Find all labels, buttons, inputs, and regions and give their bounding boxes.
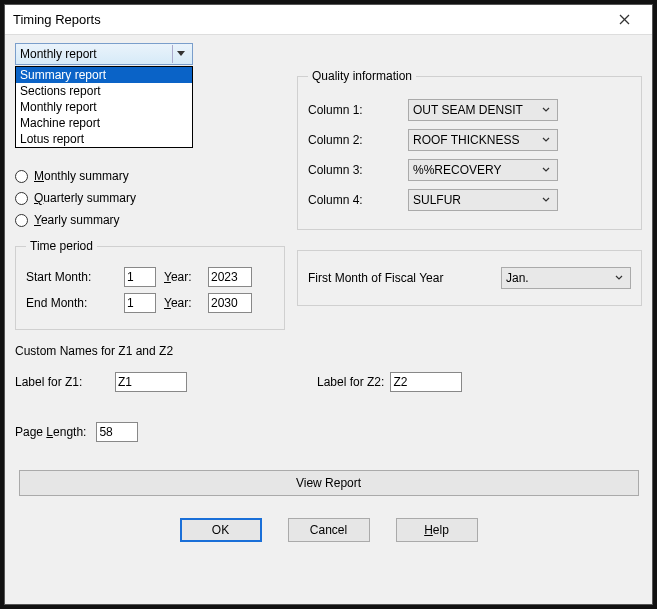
end-month-input[interactable] <box>124 293 156 313</box>
button-label: OK <box>212 523 229 537</box>
z1-label: Label for Z1: <box>15 375 105 389</box>
button-label: Help <box>424 523 449 537</box>
quality-col4-select[interactable]: SULFUR <box>408 189 558 211</box>
dropdown-item[interactable]: Summary report <box>16 67 192 83</box>
radio-monthly-summary[interactable]: Monthly summary <box>15 169 285 183</box>
quality-legend: Quality information <box>308 69 416 83</box>
z2-input[interactable] <box>390 372 462 392</box>
button-label: Cancel <box>310 523 347 537</box>
radio-label: Quarterly summary <box>34 191 136 205</box>
select-value: OUT SEAM DENSIT <box>413 103 523 117</box>
select-value: %%RECOVERY <box>413 163 501 177</box>
report-type-combo[interactable]: Monthly report Summary report Sections r… <box>15 43 193 65</box>
select-value: ROOF THICKNESS <box>413 133 519 147</box>
chevron-down-icon <box>539 167 553 173</box>
start-year-label: Year: <box>164 270 200 284</box>
end-year-label: Year: <box>164 296 200 310</box>
custom-names-heading: Custom Names for Z1 and Z2 <box>15 344 642 358</box>
dropdown-item[interactable]: Monthly report <box>16 99 192 115</box>
fiscal-label: First Month of Fiscal Year <box>308 271 491 285</box>
select-value: Jan. <box>506 271 529 285</box>
fiscal-year-group: First Month of Fiscal Year Jan. <box>297 250 642 306</box>
end-year-input[interactable] <box>208 293 252 313</box>
radio-icon <box>15 192 28 205</box>
view-report-button[interactable]: View Report <box>19 470 639 496</box>
page-length-input[interactable] <box>96 422 138 442</box>
ok-button[interactable]: OK <box>180 518 262 542</box>
radio-icon <box>15 170 28 183</box>
quality-col2-select[interactable]: ROOF THICKNESS <box>408 129 558 151</box>
dialog-content: Monthly report Summary report Sections r… <box>5 35 652 604</box>
dropdown-item[interactable]: Sections report <box>16 83 192 99</box>
end-month-label: End Month: <box>26 296 116 310</box>
radio-label: Yearly summary <box>34 213 120 227</box>
start-month-label: Start Month: <box>26 270 116 284</box>
time-period-legend: Time period <box>26 239 97 253</box>
window-title: Timing Reports <box>13 12 101 27</box>
z1-input[interactable] <box>115 372 187 392</box>
quality-info-group: Quality information Column 1: OUT SEAM D… <box>297 69 642 230</box>
radio-quarterly-summary[interactable]: Quarterly summary <box>15 191 285 205</box>
quality-col1-select[interactable]: OUT SEAM DENSIT <box>408 99 558 121</box>
quality-col3-select[interactable]: %%RECOVERY <box>408 159 558 181</box>
cancel-button[interactable]: Cancel <box>288 518 370 542</box>
chevron-down-icon <box>172 45 188 63</box>
radio-label: Monthly summary <box>34 169 129 183</box>
time-period-group: Time period Start Month: Year: End Month… <box>15 239 285 330</box>
help-button[interactable]: Help <box>396 518 478 542</box>
chevron-down-icon <box>539 107 553 113</box>
z2-label: Label for Z2: <box>317 375 384 389</box>
select-value: SULFUR <box>413 193 461 207</box>
button-label: View Report <box>296 476 361 490</box>
report-type-selected: Monthly report <box>20 47 97 61</box>
custom-names-section: Custom Names for Z1 and Z2 Label for Z1:… <box>15 344 642 392</box>
radio-yearly-summary[interactable]: Yearly summary <box>15 213 285 227</box>
radio-icon <box>15 214 28 227</box>
dropdown-item[interactable]: Machine report <box>16 115 192 131</box>
titlebar: Timing Reports <box>5 5 652 35</box>
quality-col2-label: Column 2: <box>308 133 408 147</box>
dropdown-item[interactable]: Lotus report <box>16 131 192 147</box>
dialog-window: Timing Reports Monthly report Summary re… <box>4 4 653 605</box>
page-length-label: Page Length: <box>15 425 86 439</box>
close-icon <box>619 14 630 25</box>
start-year-input[interactable] <box>208 267 252 287</box>
start-month-input[interactable] <box>124 267 156 287</box>
report-type-dropdown: Summary report Sections report Monthly r… <box>15 66 193 148</box>
quality-col1-label: Column 1: <box>308 103 408 117</box>
chevron-down-icon <box>612 275 626 281</box>
chevron-down-icon <box>539 197 553 203</box>
fiscal-month-select[interactable]: Jan. <box>501 267 631 289</box>
close-button[interactable] <box>604 6 644 34</box>
quality-col4-label: Column 4: <box>308 193 408 207</box>
quality-col3-label: Column 3: <box>308 163 408 177</box>
chevron-down-icon <box>539 137 553 143</box>
